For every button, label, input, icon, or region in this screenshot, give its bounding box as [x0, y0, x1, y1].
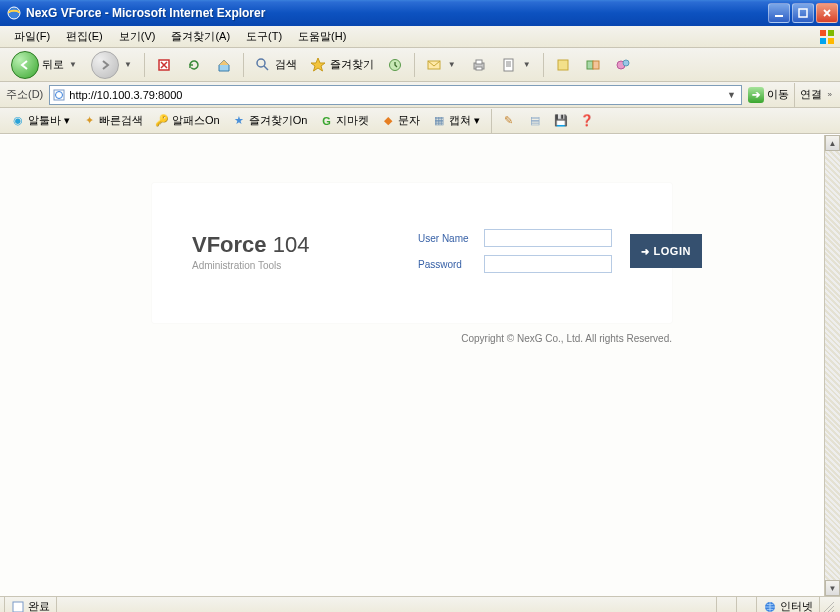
- menu-file[interactable]: 파일(F): [6, 27, 58, 46]
- mail-button[interactable]: ▼: [420, 54, 463, 76]
- menu-favorites[interactable]: 즐겨찾기(A): [163, 27, 238, 46]
- login-arrow-icon: ➜: [641, 246, 650, 257]
- brand-subtitle: Administration Tools: [192, 260, 364, 271]
- svg-point-19: [623, 60, 629, 66]
- svg-rect-15: [558, 60, 568, 70]
- username-label: User Name: [418, 233, 476, 244]
- print-button[interactable]: [465, 54, 493, 76]
- menu-bar: 파일(F) 편집(E) 보기(V) 즐겨찾기(A) 도구(T) 도움말(H): [0, 26, 840, 48]
- resize-grip[interactable]: [820, 597, 836, 612]
- nav-back-button[interactable]: 뒤로 ▼: [6, 49, 84, 81]
- password-input[interactable]: [484, 255, 612, 273]
- chevron-down-icon: ▼: [122, 60, 134, 69]
- nav-back-label: 뒤로: [42, 57, 64, 72]
- page-done-icon: [11, 600, 25, 613]
- menu-view[interactable]: 보기(V): [111, 27, 164, 46]
- search-button[interactable]: 검색: [249, 54, 302, 76]
- svg-rect-4: [828, 30, 834, 36]
- address-bar: 주소(D) ▼ ➔ 이동 연결 »: [0, 82, 840, 108]
- window-maximize-button[interactable]: [792, 3, 814, 23]
- svg-rect-14: [504, 59, 513, 71]
- refresh-button[interactable]: [180, 54, 208, 76]
- chevron-right-icon: »: [826, 90, 834, 99]
- vertical-scrollbar[interactable]: ▲ ▼: [824, 135, 840, 596]
- pencil-icon: ✎: [502, 114, 516, 128]
- svg-rect-6: [828, 38, 834, 44]
- home-button[interactable]: [210, 54, 238, 76]
- window-title: NexG VForce - Microsoft Internet Explore…: [26, 6, 768, 20]
- svg-point-8: [257, 59, 265, 67]
- scroll-up-button[interactable]: ▲: [825, 135, 840, 151]
- login-form: User Name Password ➜ LOGIN: [418, 229, 702, 273]
- login-card: VForce 104 Administration Tools User Nam…: [152, 183, 672, 323]
- status-zone-cell: 인터넷: [757, 597, 820, 612]
- status-left-cell: 완료: [4, 597, 57, 612]
- history-button[interactable]: [381, 54, 409, 76]
- url-input[interactable]: [69, 89, 724, 101]
- sheet-icon: ▤: [528, 114, 542, 128]
- window-minimize-button[interactable]: [768, 3, 790, 23]
- save-icon: 💾: [554, 114, 568, 128]
- quicksearch-icon: ✦: [82, 114, 96, 128]
- windows-logo-icon: [818, 28, 836, 46]
- linkbar-favorites[interactable]: ★즐겨찾기On: [227, 111, 313, 130]
- internet-zone-icon: [763, 600, 777, 613]
- brand-block: VForce 104 Administration Tools: [192, 232, 392, 271]
- extra-button-3[interactable]: [609, 54, 637, 76]
- content-area: VForce 104 Administration Tools User Nam…: [0, 134, 840, 596]
- menu-tools[interactable]: 도구(T): [238, 27, 290, 46]
- main-toolbar: 뒤로 ▼ ▼ 검색 즐겨찾기 ▼ ▼: [0, 48, 840, 82]
- svg-rect-5: [820, 38, 826, 44]
- linkbar-gmarket[interactable]: G지마켓: [314, 111, 374, 130]
- brand-title: VForce 104: [192, 232, 364, 258]
- page-viewport: VForce 104 Administration Tools User Nam…: [0, 135, 824, 596]
- nav-forward-button[interactable]: ▼: [86, 49, 139, 81]
- edit-button[interactable]: ▼: [495, 54, 538, 76]
- linkbar-quicksearch[interactable]: ✦빠른검색: [77, 111, 148, 130]
- url-dropdown-icon[interactable]: ▼: [725, 90, 739, 100]
- linkbar-tool-2[interactable]: ▤: [523, 112, 547, 130]
- login-button[interactable]: ➜ LOGIN: [630, 234, 702, 268]
- linkbar-munja[interactable]: ◆문자: [376, 111, 425, 130]
- star-icon: [309, 56, 327, 74]
- links-toolbar: ◉알툴바 ▾ ✦빠른검색 🔑알패스On ★즐겨찾기On G지마켓 ◆문자 ▦캡쳐…: [0, 108, 840, 134]
- linkbar-capture[interactable]: ▦캡쳐 ▾: [427, 111, 485, 130]
- scroll-track[interactable]: [825, 151, 840, 580]
- svg-rect-22: [13, 602, 23, 612]
- url-box[interactable]: ▼: [49, 85, 741, 105]
- linkbar-alpass[interactable]: 🔑알패스On: [150, 111, 225, 130]
- window-titlebar: NexG VForce - Microsoft Internet Explore…: [0, 0, 840, 26]
- ie-icon: [6, 5, 22, 21]
- window-close-button[interactable]: [816, 3, 838, 23]
- page-icon: [52, 88, 66, 102]
- linkbar-tool-1[interactable]: ✎: [497, 112, 521, 130]
- extra-button-2[interactable]: [579, 54, 607, 76]
- status-bar: 완료 인터넷: [0, 596, 840, 612]
- password-label: Password: [418, 259, 476, 270]
- capture-icon: ▦: [432, 114, 446, 128]
- svg-rect-1: [775, 15, 783, 17]
- menu-edit[interactable]: 편집(E): [58, 27, 111, 46]
- username-input[interactable]: [484, 229, 612, 247]
- stop-button[interactable]: [150, 54, 178, 76]
- svg-rect-17: [593, 61, 599, 69]
- copyright-text: Copyright © NexG Co., Ltd. All rights Re…: [152, 333, 672, 344]
- menu-help[interactable]: 도움말(H): [290, 27, 354, 46]
- search-icon: [254, 56, 272, 74]
- linkbar-tool-4[interactable]: ❓: [575, 112, 599, 130]
- address-label: 주소(D): [6, 87, 43, 102]
- scroll-down-button[interactable]: ▼: [825, 580, 840, 596]
- status-text: 완료: [28, 599, 50, 612]
- svg-rect-16: [587, 61, 593, 69]
- favorites-button[interactable]: 즐겨찾기: [304, 54, 379, 76]
- links-label[interactable]: 연결: [800, 87, 822, 102]
- svg-rect-13: [476, 67, 482, 70]
- svg-rect-12: [476, 60, 482, 64]
- message-icon: ◆: [381, 114, 395, 128]
- star-icon: ★: [232, 114, 246, 128]
- linkbar-tool-3[interactable]: 💾: [549, 112, 573, 130]
- go-button[interactable]: ➔ 이동: [748, 87, 789, 103]
- linkbar-altools[interactable]: ◉알툴바 ▾: [6, 111, 75, 130]
- key-icon: 🔑: [155, 114, 169, 128]
- extra-button-1[interactable]: [549, 54, 577, 76]
